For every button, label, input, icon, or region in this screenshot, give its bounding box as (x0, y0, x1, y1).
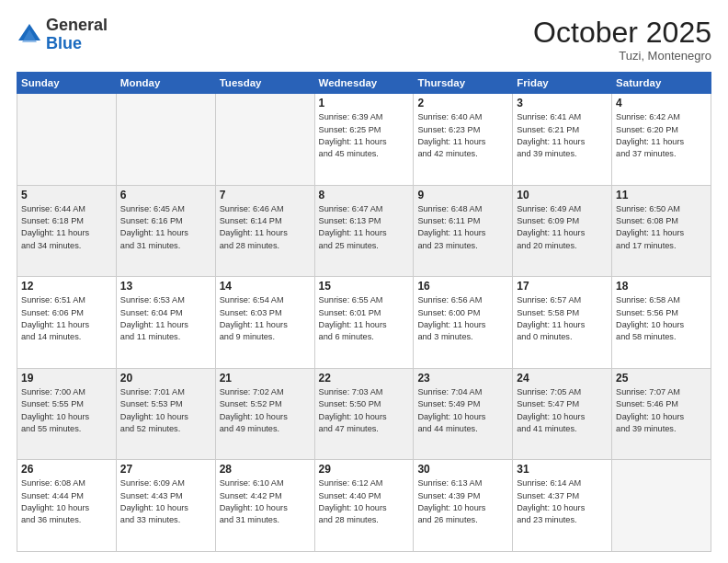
day-number: 18 (616, 280, 707, 293)
col-thursday: Thursday (414, 73, 513, 94)
day-number: 27 (120, 463, 211, 476)
calendar-cell: 30Sunrise: 6:13 AM Sunset: 4:39 PM Dayli… (414, 460, 513, 552)
day-number: 31 (517, 463, 608, 476)
calendar-cell: 9Sunrise: 6:48 AM Sunset: 6:11 PM Daylig… (414, 185, 513, 277)
day-number: 21 (220, 372, 311, 385)
calendar-cell: 14Sunrise: 6:54 AM Sunset: 6:03 PM Dayli… (215, 277, 314, 369)
calendar-cell: 20Sunrise: 7:01 AM Sunset: 5:53 PM Dayli… (116, 368, 215, 460)
calendar-cell: 2Sunrise: 6:40 AM Sunset: 6:23 PM Daylig… (414, 94, 513, 186)
day-info: Sunrise: 6:40 AM Sunset: 6:23 PM Dayligh… (417, 111, 508, 160)
calendar-cell: 6Sunrise: 6:45 AM Sunset: 6:16 PM Daylig… (116, 185, 215, 277)
day-number: 26 (21, 463, 112, 476)
title-block: October 2025 Tuzi, Montenegro (533, 17, 711, 63)
calendar-cell: 7Sunrise: 6:46 AM Sunset: 6:14 PM Daylig… (215, 185, 314, 277)
day-info: Sunrise: 6:13 AM Sunset: 4:39 PM Dayligh… (417, 477, 508, 526)
day-number: 8 (319, 189, 410, 201)
day-number: 13 (120, 280, 211, 293)
day-info: Sunrise: 6:56 AM Sunset: 6:00 PM Dayligh… (417, 294, 508, 343)
day-info: Sunrise: 6:09 AM Sunset: 4:43 PM Dayligh… (120, 477, 211, 526)
day-number: 6 (120, 189, 211, 201)
calendar-cell: 19Sunrise: 7:00 AM Sunset: 5:55 PM Dayli… (17, 368, 117, 460)
day-number: 20 (120, 372, 211, 385)
day-number: 24 (517, 372, 608, 385)
day-number: 9 (417, 189, 508, 201)
logo-icon (17, 22, 42, 48)
calendar-table: Sunday Monday Tuesday Wednesday Thursday… (17, 72, 711, 552)
col-wednesday: Wednesday (314, 73, 414, 94)
day-info: Sunrise: 6:39 AM Sunset: 6:25 PM Dayligh… (319, 111, 410, 160)
day-info: Sunrise: 7:02 AM Sunset: 5:52 PM Dayligh… (220, 386, 311, 435)
calendar-cell: 5Sunrise: 6:44 AM Sunset: 6:18 PM Daylig… (17, 185, 117, 277)
calendar-cell: 25Sunrise: 7:07 AM Sunset: 5:46 PM Dayli… (612, 368, 711, 460)
calendar-cell: 21Sunrise: 7:02 AM Sunset: 5:52 PM Dayli… (215, 368, 314, 460)
day-info: Sunrise: 6:53 AM Sunset: 6:04 PM Dayligh… (120, 294, 211, 343)
calendar-cell: 1Sunrise: 6:39 AM Sunset: 6:25 PM Daylig… (314, 94, 414, 186)
day-number: 23 (417, 372, 508, 385)
day-info: Sunrise: 6:45 AM Sunset: 6:16 PM Dayligh… (120, 203, 211, 252)
logo-general-text: General (46, 16, 108, 34)
day-info: Sunrise: 6:54 AM Sunset: 6:03 PM Dayligh… (220, 294, 311, 343)
calendar-cell (116, 94, 215, 186)
day-number: 5 (21, 189, 112, 201)
calendar-cell: 10Sunrise: 6:49 AM Sunset: 6:09 PM Dayli… (513, 185, 612, 277)
day-info: Sunrise: 7:05 AM Sunset: 5:47 PM Dayligh… (517, 386, 608, 435)
col-saturday: Saturday (612, 73, 711, 94)
day-number: 4 (616, 97, 707, 109)
calendar-cell: 3Sunrise: 6:41 AM Sunset: 6:21 PM Daylig… (513, 94, 612, 186)
day-number: 11 (616, 189, 707, 201)
day-number: 1 (319, 97, 410, 109)
day-number: 2 (417, 97, 508, 109)
day-info: Sunrise: 6:48 AM Sunset: 6:11 PM Dayligh… (417, 203, 508, 252)
day-info: Sunrise: 7:00 AM Sunset: 5:55 PM Dayligh… (21, 386, 112, 435)
header: General Blue October 2025 Tuzi, Monteneg… (17, 17, 711, 63)
day-info: Sunrise: 6:44 AM Sunset: 6:18 PM Dayligh… (21, 203, 112, 252)
day-info: Sunrise: 6:08 AM Sunset: 4:44 PM Dayligh… (21, 477, 112, 526)
col-tuesday: Tuesday (215, 73, 314, 94)
calendar-cell: 27Sunrise: 6:09 AM Sunset: 4:43 PM Dayli… (116, 460, 215, 552)
calendar-week-row: 5Sunrise: 6:44 AM Sunset: 6:18 PM Daylig… (17, 185, 711, 277)
day-info: Sunrise: 6:47 AM Sunset: 6:13 PM Dayligh… (319, 203, 410, 252)
day-info: Sunrise: 6:50 AM Sunset: 6:08 PM Dayligh… (616, 203, 707, 252)
day-number: 3 (517, 97, 608, 109)
location: Tuzi, Montenegro (533, 49, 711, 63)
calendar-cell: 8Sunrise: 6:47 AM Sunset: 6:13 PM Daylig… (314, 185, 414, 277)
day-info: Sunrise: 6:57 AM Sunset: 5:58 PM Dayligh… (517, 294, 608, 343)
day-info: Sunrise: 7:03 AM Sunset: 5:50 PM Dayligh… (319, 386, 410, 435)
day-info: Sunrise: 6:58 AM Sunset: 5:56 PM Dayligh… (616, 294, 707, 343)
calendar-header-row: Sunday Monday Tuesday Wednesday Thursday… (17, 73, 711, 94)
day-number: 7 (220, 189, 311, 201)
day-info: Sunrise: 7:07 AM Sunset: 5:46 PM Dayligh… (616, 386, 707, 435)
logo-blue-text: Blue (46, 34, 82, 52)
calendar-week-row: 19Sunrise: 7:00 AM Sunset: 5:55 PM Dayli… (17, 368, 711, 460)
logo: General Blue (17, 17, 108, 53)
col-sunday: Sunday (17, 73, 117, 94)
day-info: Sunrise: 6:46 AM Sunset: 6:14 PM Dayligh… (220, 203, 311, 252)
calendar-cell: 23Sunrise: 7:04 AM Sunset: 5:49 PM Dayli… (414, 368, 513, 460)
calendar-cell: 17Sunrise: 6:57 AM Sunset: 5:58 PM Dayli… (513, 277, 612, 369)
day-number: 22 (319, 372, 410, 385)
calendar-cell: 18Sunrise: 6:58 AM Sunset: 5:56 PM Dayli… (612, 277, 711, 369)
day-info: Sunrise: 6:55 AM Sunset: 6:01 PM Dayligh… (319, 294, 410, 343)
calendar-cell (215, 94, 314, 186)
day-info: Sunrise: 6:42 AM Sunset: 6:20 PM Dayligh… (616, 111, 707, 160)
day-info: Sunrise: 6:41 AM Sunset: 6:21 PM Dayligh… (517, 111, 608, 160)
day-number: 10 (517, 189, 608, 201)
day-info: Sunrise: 6:10 AM Sunset: 4:42 PM Dayligh… (220, 477, 311, 526)
col-monday: Monday (116, 73, 215, 94)
calendar-cell: 15Sunrise: 6:55 AM Sunset: 6:01 PM Dayli… (314, 277, 414, 369)
calendar-week-row: 1Sunrise: 6:39 AM Sunset: 6:25 PM Daylig… (17, 94, 711, 186)
month-title: October 2025 (533, 17, 711, 49)
day-number: 29 (319, 463, 410, 476)
calendar-week-row: 12Sunrise: 6:51 AM Sunset: 6:06 PM Dayli… (17, 277, 711, 369)
calendar-cell: 31Sunrise: 6:14 AM Sunset: 4:37 PM Dayli… (513, 460, 612, 552)
page: General Blue October 2025 Tuzi, Monteneg… (0, 0, 728, 563)
day-info: Sunrise: 6:14 AM Sunset: 4:37 PM Dayligh… (517, 477, 608, 526)
day-number: 15 (319, 280, 410, 293)
calendar-cell: 22Sunrise: 7:03 AM Sunset: 5:50 PM Dayli… (314, 368, 414, 460)
day-info: Sunrise: 6:49 AM Sunset: 6:09 PM Dayligh… (517, 203, 608, 252)
day-info: Sunrise: 6:51 AM Sunset: 6:06 PM Dayligh… (21, 294, 112, 343)
calendar-cell (17, 94, 117, 186)
day-number: 16 (417, 280, 508, 293)
calendar-cell (612, 460, 711, 552)
day-number: 25 (616, 372, 707, 385)
